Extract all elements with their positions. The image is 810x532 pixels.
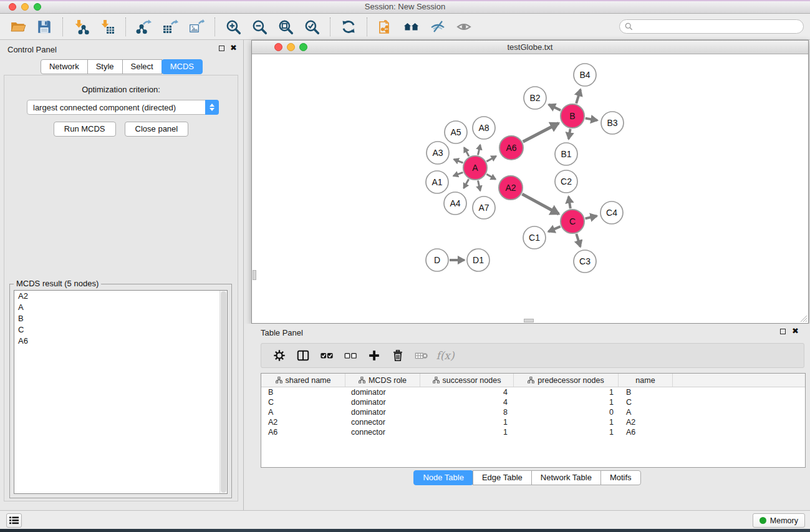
table-row[interactable]: C dominator 4 1 C (261, 397, 805, 407)
column-header[interactable]: predecessor nodes (514, 374, 619, 387)
tab-network[interactable]: Network (41, 59, 88, 74)
horizontal-scroll-thumb[interactable] (524, 319, 534, 322)
list-item[interactable]: A6 (14, 336, 227, 347)
graph-edge-A-A8[interactable] (478, 145, 481, 155)
cell-name[interactable]: C (619, 397, 673, 407)
tab-style[interactable]: Style (87, 59, 123, 74)
list-item[interactable]: C (14, 324, 227, 336)
column-browser-button[interactable] (292, 346, 314, 365)
close-panel-icon[interactable]: ✖ (230, 45, 237, 51)
open-session-button[interactable] (7, 16, 29, 38)
graph-edge-B-B1[interactable] (569, 129, 571, 139)
cell-shared-name[interactable]: A (261, 407, 345, 417)
tab-mcds[interactable]: MCDS (162, 59, 203, 74)
table-row[interactable]: A dominator 8 0 A (261, 407, 805, 417)
memory-button[interactable]: Memory (753, 513, 805, 528)
import-table-button[interactable] (96, 16, 118, 38)
cell-name[interactable]: B (619, 387, 673, 397)
graph-edge-A-A7[interactable] (478, 181, 481, 191)
cell-predecessor-nodes[interactable]: 1 (514, 427, 619, 437)
hide-graphics-details-button[interactable] (427, 16, 449, 38)
zoom-fit-button[interactable] (274, 16, 297, 38)
show-graphics-details-button[interactable] (453, 16, 475, 38)
graph-edge-A2-C[interactable] (522, 194, 559, 214)
graph-edge-B-B3[interactable] (586, 118, 597, 120)
cell-successor-nodes[interactable]: 4 (420, 387, 514, 397)
cell-shared-name[interactable]: A6 (261, 427, 345, 437)
graph-edge-A-A4[interactable] (464, 179, 469, 188)
cell-predecessor-nodes[interactable]: 1 (514, 387, 619, 397)
select-all-columns-button[interactable] (316, 346, 337, 365)
graph-edge-C-C3[interactable] (576, 234, 580, 247)
zoom-selected-button[interactable] (301, 16, 323, 38)
function-builder-button[interactable]: f(x) (435, 346, 456, 365)
zoom-out-button[interactable] (248, 16, 271, 38)
tab-network-table[interactable]: Network Table (531, 470, 601, 485)
resize-grip[interactable] (799, 314, 808, 322)
graph-edge-B-B2[interactable] (549, 105, 561, 110)
cell-shared-name[interactable]: C (261, 397, 345, 407)
float-panel-icon[interactable] (219, 46, 224, 51)
cell-predecessor-nodes[interactable]: 0 (514, 407, 619, 417)
unselect-all-columns-button[interactable] (340, 346, 361, 365)
run-mcds-button[interactable]: Run MCDS (54, 122, 116, 137)
cell-name[interactable]: A6 (619, 427, 673, 437)
graph-edge-A-A6[interactable] (486, 156, 496, 162)
graph-edge-B-B4[interactable] (576, 89, 581, 104)
graph-edge-C-C1[interactable] (548, 226, 560, 231)
delete-columns-button[interactable] (387, 346, 408, 365)
column-settings-button[interactable] (269, 346, 290, 365)
list-item[interactable]: B (14, 313, 227, 324)
cell-successor-nodes[interactable]: 1 (420, 417, 514, 427)
export-table-button[interactable] (159, 16, 181, 38)
tab-select[interactable]: Select (122, 59, 162, 74)
table-row[interactable]: A6 connector 1 1 A6 (261, 427, 805, 437)
export-image-button[interactable] (185, 16, 208, 38)
new-network-from-selection-button[interactable] (374, 16, 397, 38)
column-header[interactable]: successor nodes (420, 374, 514, 387)
create-column-button[interactable] (364, 346, 385, 365)
export-network-button[interactable] (133, 16, 155, 38)
cell-successor-nodes[interactable]: 1 (420, 427, 514, 437)
vertical-scroll-thumb[interactable] (253, 270, 256, 280)
network-window-titlebar[interactable]: testGlobe.txt (252, 41, 808, 54)
graph-edge-A-A5[interactable] (464, 147, 469, 156)
cell-name[interactable]: A (619, 407, 673, 417)
cell-successor-nodes[interactable]: 4 (420, 397, 514, 407)
column-header[interactable]: MCDS role (345, 374, 420, 387)
table-row[interactable]: B dominator 4 1 B (261, 387, 805, 397)
save-session-button[interactable] (33, 16, 55, 38)
app-manager-button[interactable] (400, 16, 423, 38)
table-row[interactable]: A2 connector 1 1 A2 (261, 417, 805, 427)
task-history-button[interactable] (6, 513, 22, 528)
list-item[interactable]: A (14, 302, 227, 313)
cell-mcds-role[interactable]: connector (345, 417, 420, 427)
result-list-scrollbar[interactable] (219, 291, 227, 493)
cell-mcds-role[interactable]: connector (345, 427, 420, 437)
graph-edge-A-A1[interactable] (453, 172, 463, 176)
graph-edge-C-C4[interactable] (586, 216, 597, 218)
graph-edge-A6-B[interactable] (523, 123, 559, 142)
cell-mcds-role[interactable]: dominator (345, 407, 420, 417)
column-header[interactable]: shared name (261, 374, 345, 387)
tab-edge-table[interactable]: Edge Table (473, 470, 532, 485)
network-graph[interactable]: AA1A2A3A4A5A6A7A8BB1B2B3B4CC1C2C3C4DD1 (252, 54, 808, 323)
close-panel-button[interactable]: Close panel (125, 122, 189, 137)
tab-motifs[interactable]: Motifs (600, 470, 641, 485)
list-item[interactable]: A2 (14, 291, 227, 302)
graph-edge-A-A3[interactable] (454, 159, 463, 163)
optimization-criterion-select[interactable]: largest connected component (directed) (27, 100, 219, 115)
cell-predecessor-nodes[interactable]: 1 (514, 397, 619, 407)
zoom-in-button[interactable] (222, 16, 244, 38)
cell-mcds-role[interactable]: dominator (345, 387, 420, 397)
cell-mcds-role[interactable]: dominator (345, 397, 420, 407)
search-field[interactable] (619, 19, 804, 34)
cell-successor-nodes[interactable]: 8 (420, 407, 514, 417)
column-header[interactable]: name (619, 374, 673, 387)
tab-node-table[interactable]: Node Table (413, 470, 473, 485)
cell-name[interactable]: A2 (619, 417, 673, 427)
float-panel-icon[interactable] (780, 329, 786, 334)
apply-layout-button[interactable] (337, 16, 360, 38)
graph-edge-C-C2[interactable] (569, 196, 571, 208)
cell-shared-name[interactable]: B (261, 387, 345, 397)
